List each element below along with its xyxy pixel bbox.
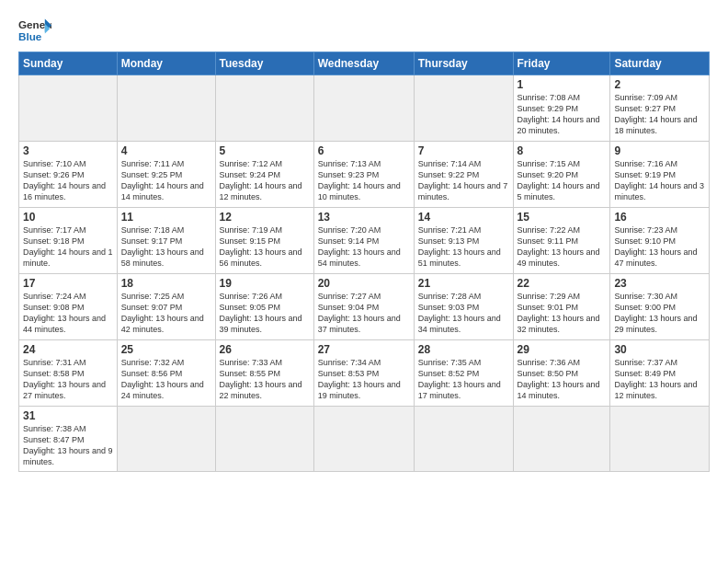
weekday-friday: Friday bbox=[513, 52, 610, 75]
day-info: Sunrise: 7:08 AM Sunset: 9:29 PM Dayligh… bbox=[518, 92, 607, 137]
day-info: Sunrise: 7:25 AM Sunset: 9:07 PM Dayligh… bbox=[121, 291, 211, 336]
day-info: Sunrise: 7:29 AM Sunset: 9:01 PM Dayligh… bbox=[518, 291, 607, 336]
day-info: Sunrise: 7:27 AM Sunset: 9:04 PM Dayligh… bbox=[318, 291, 410, 336]
day-info: Sunrise: 7:11 AM Sunset: 9:25 PM Dayligh… bbox=[121, 158, 211, 203]
calendar-week-2: 10Sunrise: 7:17 AM Sunset: 9:18 PM Dayli… bbox=[19, 208, 710, 274]
calendar-cell: 4Sunrise: 7:11 AM Sunset: 9:25 PM Daylig… bbox=[117, 142, 215, 208]
calendar-cell: 7Sunrise: 7:14 AM Sunset: 9:22 PM Daylig… bbox=[414, 142, 513, 208]
day-number: 31 bbox=[23, 409, 113, 422]
day-info: Sunrise: 7:31 AM Sunset: 8:58 PM Dayligh… bbox=[23, 357, 113, 402]
calendar-cell bbox=[117, 75, 215, 142]
day-number: 19 bbox=[220, 277, 310, 290]
weekday-saturday: Saturday bbox=[610, 52, 710, 75]
day-number: 27 bbox=[318, 343, 410, 356]
calendar-cell bbox=[215, 407, 313, 472]
day-number: 26 bbox=[220, 343, 310, 356]
day-info: Sunrise: 7:16 AM Sunset: 9:19 PM Dayligh… bbox=[614, 158, 705, 203]
day-info: Sunrise: 7:18 AM Sunset: 9:17 PM Dayligh… bbox=[121, 224, 211, 270]
day-info: Sunrise: 7:30 AM Sunset: 9:00 PM Dayligh… bbox=[614, 291, 705, 336]
day-number: 25 bbox=[121, 343, 211, 356]
page: General Blue SundayMondayTuesdayWednesda… bbox=[0, 0, 728, 481]
logo: General Blue bbox=[18, 17, 51, 44]
weekday-tuesday: Tuesday bbox=[215, 52, 313, 75]
day-number: 5 bbox=[220, 144, 310, 157]
day-info: Sunrise: 7:23 AM Sunset: 9:10 PM Dayligh… bbox=[614, 224, 705, 270]
day-info: Sunrise: 7:34 AM Sunset: 8:53 PM Dayligh… bbox=[318, 357, 410, 402]
day-number: 14 bbox=[418, 211, 509, 224]
calendar-cell: 3Sunrise: 7:10 AM Sunset: 9:26 PM Daylig… bbox=[19, 142, 118, 208]
calendar-cell: 11Sunrise: 7:18 AM Sunset: 9:17 PM Dayli… bbox=[117, 208, 215, 274]
day-info: Sunrise: 7:26 AM Sunset: 9:05 PM Dayligh… bbox=[220, 291, 310, 336]
day-number: 1 bbox=[518, 78, 607, 91]
day-info: Sunrise: 7:22 AM Sunset: 9:11 PM Dayligh… bbox=[518, 224, 607, 270]
day-number: 3 bbox=[23, 144, 113, 157]
day-info: Sunrise: 7:21 AM Sunset: 9:13 PM Dayligh… bbox=[418, 224, 509, 270]
calendar-cell: 16Sunrise: 7:23 AM Sunset: 9:10 PM Dayli… bbox=[610, 208, 710, 274]
day-number: 29 bbox=[518, 343, 607, 356]
day-info: Sunrise: 7:33 AM Sunset: 8:55 PM Dayligh… bbox=[220, 357, 310, 402]
calendar-week-0: 1Sunrise: 7:08 AM Sunset: 9:29 PM Daylig… bbox=[19, 75, 710, 142]
calendar-cell: 29Sunrise: 7:36 AM Sunset: 8:50 PM Dayli… bbox=[513, 340, 610, 407]
day-info: Sunrise: 7:10 AM Sunset: 9:26 PM Dayligh… bbox=[23, 158, 113, 203]
calendar-cell: 28Sunrise: 7:35 AM Sunset: 8:52 PM Dayli… bbox=[414, 340, 513, 407]
day-number: 30 bbox=[614, 343, 705, 356]
day-number: 18 bbox=[121, 277, 211, 290]
header: General Blue bbox=[18, 17, 710, 44]
day-number: 21 bbox=[418, 277, 509, 290]
calendar-cell: 14Sunrise: 7:21 AM Sunset: 9:13 PM Dayli… bbox=[414, 208, 513, 274]
weekday-sunday: Sunday bbox=[19, 52, 118, 75]
calendar-cell: 17Sunrise: 7:24 AM Sunset: 9:08 PM Dayli… bbox=[19, 274, 118, 340]
calendar-cell: 24Sunrise: 7:31 AM Sunset: 8:58 PM Dayli… bbox=[19, 340, 118, 407]
day-info: Sunrise: 7:19 AM Sunset: 9:15 PM Dayligh… bbox=[220, 224, 310, 270]
day-number: 9 bbox=[614, 144, 705, 157]
day-number: 28 bbox=[418, 343, 509, 356]
calendar-cell: 13Sunrise: 7:20 AM Sunset: 9:14 PM Dayli… bbox=[313, 208, 414, 274]
calendar-cell bbox=[19, 75, 118, 142]
calendar-cell: 10Sunrise: 7:17 AM Sunset: 9:18 PM Dayli… bbox=[19, 208, 118, 274]
day-info: Sunrise: 7:35 AM Sunset: 8:52 PM Dayligh… bbox=[418, 357, 509, 402]
calendar-cell: 20Sunrise: 7:27 AM Sunset: 9:04 PM Dayli… bbox=[313, 274, 414, 340]
calendar-cell bbox=[513, 407, 610, 472]
calendar-cell: 30Sunrise: 7:37 AM Sunset: 8:49 PM Dayli… bbox=[610, 340, 710, 407]
svg-text:Blue: Blue bbox=[18, 30, 42, 42]
day-info: Sunrise: 7:32 AM Sunset: 8:56 PM Dayligh… bbox=[121, 357, 211, 402]
day-number: 20 bbox=[318, 277, 410, 290]
day-number: 17 bbox=[23, 277, 113, 290]
day-number: 10 bbox=[23, 211, 113, 224]
calendar-week-3: 17Sunrise: 7:24 AM Sunset: 9:08 PM Dayli… bbox=[19, 274, 710, 340]
day-number: 15 bbox=[518, 211, 607, 224]
day-info: Sunrise: 7:24 AM Sunset: 9:08 PM Dayligh… bbox=[23, 291, 113, 336]
weekday-header-row: SundayMondayTuesdayWednesdayThursdayFrid… bbox=[19, 52, 710, 75]
day-number: 4 bbox=[121, 144, 211, 157]
day-number: 13 bbox=[318, 211, 410, 224]
calendar-cell bbox=[610, 407, 710, 472]
day-info: Sunrise: 7:09 AM Sunset: 9:27 PM Dayligh… bbox=[614, 92, 705, 137]
calendar-cell: 23Sunrise: 7:30 AM Sunset: 9:00 PM Dayli… bbox=[610, 274, 710, 340]
calendar-cell: 15Sunrise: 7:22 AM Sunset: 9:11 PM Dayli… bbox=[513, 208, 610, 274]
calendar-cell bbox=[414, 75, 513, 142]
calendar-cell bbox=[414, 407, 513, 472]
day-number: 2 bbox=[614, 78, 705, 91]
day-number: 23 bbox=[614, 277, 705, 290]
calendar-cell bbox=[313, 75, 414, 142]
day-number: 16 bbox=[614, 211, 705, 224]
day-info: Sunrise: 7:17 AM Sunset: 9:18 PM Dayligh… bbox=[23, 224, 113, 270]
weekday-thursday: Thursday bbox=[414, 52, 513, 75]
calendar-cell: 22Sunrise: 7:29 AM Sunset: 9:01 PM Dayli… bbox=[513, 274, 610, 340]
calendar-cell: 25Sunrise: 7:32 AM Sunset: 8:56 PM Dayli… bbox=[117, 340, 215, 407]
day-info: Sunrise: 7:20 AM Sunset: 9:14 PM Dayligh… bbox=[318, 224, 410, 270]
calendar-week-1: 3Sunrise: 7:10 AM Sunset: 9:26 PM Daylig… bbox=[19, 142, 710, 208]
calendar-cell: 21Sunrise: 7:28 AM Sunset: 9:03 PM Dayli… bbox=[414, 274, 513, 340]
calendar-cell: 9Sunrise: 7:16 AM Sunset: 9:19 PM Daylig… bbox=[610, 142, 710, 208]
calendar-cell bbox=[215, 75, 313, 142]
day-info: Sunrise: 7:28 AM Sunset: 9:03 PM Dayligh… bbox=[418, 291, 509, 336]
day-info: Sunrise: 7:37 AM Sunset: 8:49 PM Dayligh… bbox=[614, 357, 705, 402]
calendar-cell: 2Sunrise: 7:09 AM Sunset: 9:27 PM Daylig… bbox=[610, 75, 710, 142]
calendar-cell: 31Sunrise: 7:38 AM Sunset: 8:47 PM Dayli… bbox=[19, 407, 118, 472]
calendar-cell: 19Sunrise: 7:26 AM Sunset: 9:05 PM Dayli… bbox=[215, 274, 313, 340]
day-info: Sunrise: 7:15 AM Sunset: 9:20 PM Dayligh… bbox=[518, 158, 607, 203]
calendar-cell: 6Sunrise: 7:13 AM Sunset: 9:23 PM Daylig… bbox=[313, 142, 414, 208]
calendar-cell: 5Sunrise: 7:12 AM Sunset: 9:24 PM Daylig… bbox=[215, 142, 313, 208]
calendar-cell: 8Sunrise: 7:15 AM Sunset: 9:20 PM Daylig… bbox=[513, 142, 610, 208]
day-info: Sunrise: 7:13 AM Sunset: 9:23 PM Dayligh… bbox=[318, 158, 410, 203]
